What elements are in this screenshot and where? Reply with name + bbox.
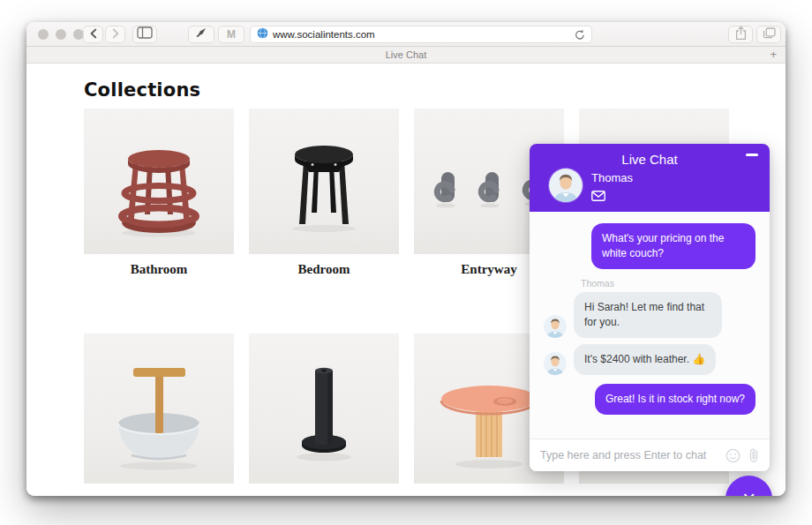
dart-icon bbox=[194, 26, 208, 43]
chevron-right-icon bbox=[111, 26, 120, 42]
minimize-icon[interactable] bbox=[746, 154, 758, 156]
new-tab-button[interactable]: + bbox=[770, 48, 777, 61]
chat-close-launcher-button[interactable]: × bbox=[726, 476, 772, 496]
share-button[interactable] bbox=[728, 26, 753, 43]
back-button[interactable] bbox=[83, 26, 103, 43]
chat-message-input[interactable] bbox=[540, 449, 718, 461]
email-icon[interactable] bbox=[591, 189, 605, 205]
agent-avatar-small bbox=[544, 315, 567, 338]
tab-overview-button[interactable] bbox=[756, 26, 781, 43]
chat-header: Live Chat Thomas bbox=[530, 144, 770, 212]
agent-message-row: It's $2400 with leather. 👍 bbox=[544, 344, 756, 375]
url-text: www.socialintents.com bbox=[273, 29, 570, 40]
visitor-message: What's your pricing on the white couch? bbox=[591, 223, 756, 269]
product-image-bowl[interactable] bbox=[84, 334, 234, 484]
close-window-icon[interactable] bbox=[38, 29, 49, 40]
dart-extension-button[interactable] bbox=[188, 26, 214, 43]
address-bar[interactable]: www.socialintents.com bbox=[250, 26, 592, 43]
share-icon bbox=[734, 26, 748, 44]
product-image-candleholder[interactable] bbox=[249, 334, 399, 484]
chat-input-bar bbox=[530, 439, 770, 471]
browser-window: M www.socialintents.com Live Chat + Coll… bbox=[26, 22, 786, 496]
page-title: Collections bbox=[84, 79, 200, 101]
minimize-window-icon[interactable] bbox=[56, 29, 66, 40]
agent-message: It's $2400 with leather. 👍 bbox=[574, 344, 716, 375]
tab-live-chat[interactable]: Live Chat bbox=[386, 49, 426, 60]
attachment-icon[interactable] bbox=[748, 447, 759, 463]
m-extension-button[interactable]: M bbox=[218, 26, 244, 43]
visitor-message: Great! Is it in stock right now? bbox=[595, 384, 756, 415]
live-chat-widget: Live Chat Thomas What's your pricing on … bbox=[530, 144, 770, 471]
agent-avatar bbox=[549, 169, 583, 202]
tabs-icon bbox=[763, 26, 776, 42]
sidebar-icon bbox=[137, 26, 153, 42]
tab-bar: Live Chat + bbox=[26, 47, 786, 64]
collection-image-bedroom[interactable] bbox=[249, 109, 399, 254]
forward-button[interactable] bbox=[105, 26, 125, 43]
globe-favicon bbox=[257, 26, 268, 42]
agent-message-row: Hi Sarah! Let me find that for you. bbox=[544, 292, 756, 338]
collection-label: Bedroom bbox=[249, 254, 399, 334]
sidebar-toggle-button[interactable] bbox=[132, 26, 157, 43]
agent-avatar-small bbox=[544, 352, 567, 375]
close-icon: × bbox=[742, 485, 756, 496]
window-controls[interactable] bbox=[38, 29, 84, 40]
emoji-icon[interactable] bbox=[726, 448, 741, 463]
refresh-icon[interactable] bbox=[575, 29, 585, 41]
agent-sender-label: Thomas bbox=[581, 278, 756, 289]
browser-toolbar: M www.socialintents.com bbox=[26, 22, 786, 47]
m-extension-icon: M bbox=[227, 28, 236, 41]
page-content: Collections bbox=[26, 64, 786, 496]
chevron-left-icon bbox=[89, 26, 98, 42]
collection-image-bathroom[interactable] bbox=[84, 109, 234, 254]
agent-name: Thomas bbox=[591, 171, 633, 184]
chat-messages: What's your pricing on the white couch? … bbox=[530, 212, 770, 439]
collection-label: Bathroom bbox=[84, 254, 234, 334]
chat-title: Live Chat bbox=[530, 152, 770, 167]
agent-message: Hi Sarah! Let me find that for you. bbox=[574, 292, 722, 338]
